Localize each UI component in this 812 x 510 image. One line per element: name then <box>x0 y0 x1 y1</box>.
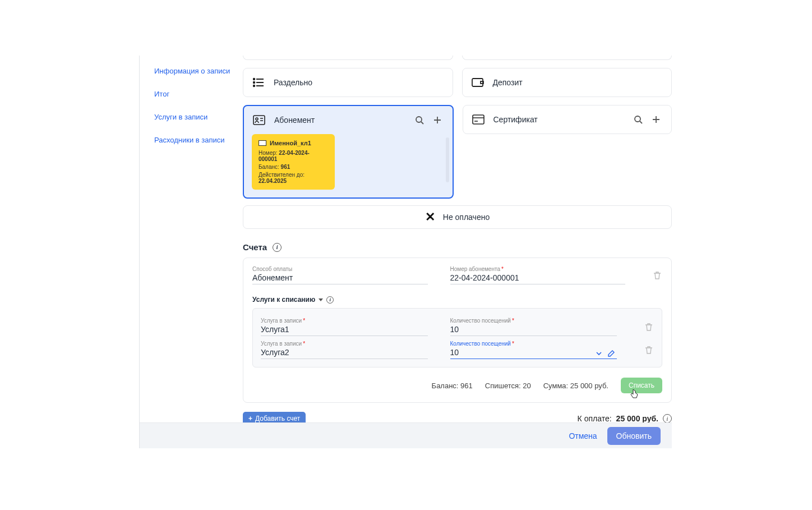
info-icon[interactable]: i <box>326 296 334 304</box>
cursor-icon <box>630 389 639 399</box>
subscription-number-value[interactable]: 22-04-2024-000001 <box>450 273 626 284</box>
subscription-number-field: Номер абонемента* 22-04-2024-000001 <box>450 266 626 284</box>
payment-method-label: Раздельно <box>274 78 444 87</box>
payment-status-bar: ✕ Не оплачено <box>243 205 672 229</box>
bills-section-title: Счета i <box>243 242 672 252</box>
info-icon[interactable]: i <box>663 414 672 423</box>
sidebar-item-consumables[interactable]: Расходники в записи <box>154 136 235 144</box>
top-card-right <box>462 56 672 60</box>
pencil-icon[interactable] <box>608 350 615 357</box>
payment-method-label: Абонемент <box>274 116 408 125</box>
payment-method-value[interactable]: Абонемент <box>252 273 428 284</box>
qty-field: Количество посещений* 10 <box>450 341 617 359</box>
search-icon[interactable] <box>632 113 644 126</box>
trash-icon[interactable] <box>644 322 654 332</box>
svg-point-2 <box>253 82 255 84</box>
payment-method-field: Способ оплаты Абонемент <box>252 266 428 284</box>
plus-icon[interactable] <box>650 113 662 126</box>
qty-input[interactable]: 10 <box>450 348 617 359</box>
subscription-card[interactable]: Именной_кл1 Номер: 22-04-2024-000001 Бал… <box>252 134 335 190</box>
qty-value[interactable]: 10 <box>450 325 617 336</box>
svg-rect-16 <box>473 115 484 124</box>
subscription-balance: 961 <box>281 164 290 170</box>
services-to-charge-label[interactable]: Услуги к списанию i <box>252 296 662 304</box>
subscription-valid: 22.04.2025 <box>259 178 287 184</box>
payment-method-deposit[interactable]: Депозит <box>462 68 672 97</box>
subscription-title: Именной_кл1 <box>270 140 311 146</box>
sidebar: Информация о записи Итог Услуги в записи… <box>140 56 235 159</box>
search-icon[interactable] <box>413 114 426 126</box>
service-field: Услуга в записи* Услуга1 <box>261 318 428 336</box>
to-pay-value: 25 000 руб. <box>616 414 658 423</box>
id-card-icon <box>253 114 265 126</box>
certificate-icon <box>472 113 485 126</box>
service-field: Услуга в записи* Услуга2 <box>261 341 428 359</box>
plus-icon[interactable] <box>431 114 444 126</box>
top-card-left <box>243 56 453 60</box>
charge-button[interactable]: Списать <box>621 378 662 393</box>
services-box: Услуга в записи* Услуга1 Количество посе… <box>252 308 662 367</box>
svg-rect-7 <box>481 81 483 84</box>
wallet-icon <box>472 76 484 89</box>
sidebar-item-services[interactable]: Услуги в записи <box>154 113 235 121</box>
modal-content: Информация о записи Итог Услуги в записи… <box>139 56 672 448</box>
payment-method-label: Депозит <box>493 78 663 87</box>
svg-line-20 <box>640 121 642 123</box>
sidebar-item-summary[interactable]: Итог <box>154 90 235 98</box>
info-icon[interactable]: i <box>273 243 282 252</box>
svg-point-0 <box>253 79 255 80</box>
payment-method-split[interactable]: Раздельно <box>243 68 453 97</box>
svg-line-13 <box>421 122 423 124</box>
svg-point-19 <box>635 116 640 122</box>
scrollbar[interactable] <box>446 137 449 182</box>
sidebar-item-record-info[interactable]: Информация о записи <box>154 67 235 75</box>
plus-icon: + <box>248 415 252 422</box>
trash-icon[interactable] <box>644 345 654 355</box>
to-pay-summary: К оплате: 25 000 руб. i <box>578 414 672 423</box>
card-icon <box>259 140 266 146</box>
service-value[interactable]: Услуга2 <box>261 348 428 359</box>
footer-bar: Отмена Обновить <box>140 422 672 448</box>
qty-field: Количество посещений* 10 <box>450 318 617 336</box>
svg-rect-6 <box>472 79 483 86</box>
will-charge-text: Спишется: 20 <box>485 382 531 390</box>
service-value[interactable]: Услуга1 <box>261 325 428 336</box>
chevron-down-icon <box>319 298 323 301</box>
payment-method-certificate[interactable]: Сертификат <box>463 105 672 134</box>
payment-status-text: Не оплачено <box>443 213 490 222</box>
chevron-down-icon[interactable] <box>596 350 602 357</box>
payment-method-label: Сертификат <box>493 115 627 124</box>
svg-rect-8 <box>253 116 265 125</box>
sum-text: Сумма: 25 000 руб. <box>543 382 608 390</box>
balance-text: Баланс: 961 <box>432 382 473 390</box>
trash-icon[interactable] <box>652 270 662 281</box>
main-panel: Раздельно Депозит <box>243 56 672 425</box>
svg-point-4 <box>253 85 255 87</box>
svg-point-9 <box>256 118 258 120</box>
svg-point-12 <box>416 117 422 122</box>
bill-card: Способ оплаты Абонемент Номер абонемента… <box>243 258 672 403</box>
payment-method-subscription[interactable]: Абонемент Именной_кл1 Номер: <box>243 105 454 199</box>
update-button[interactable]: Обновить <box>607 427 661 445</box>
list-icon <box>252 76 265 89</box>
close-icon: ✕ <box>425 210 435 224</box>
cancel-button[interactable]: Отмена <box>569 431 597 440</box>
